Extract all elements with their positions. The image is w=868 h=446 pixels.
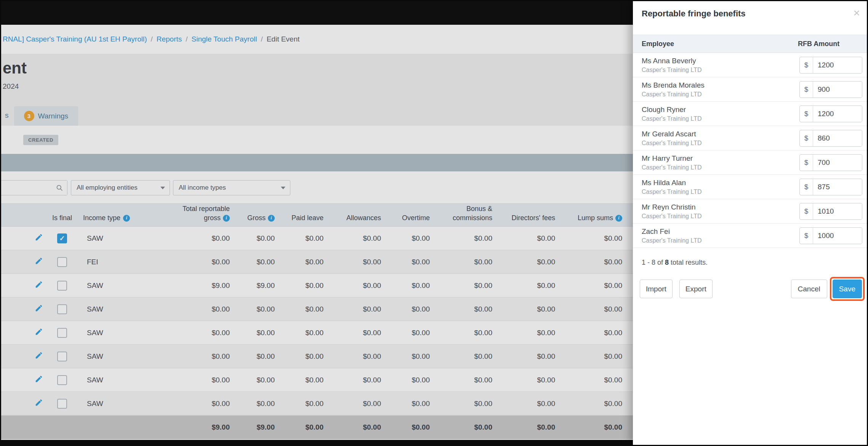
breadcrumb-edit-event: Edit Event	[267, 35, 300, 43]
lump-sums-header-label: Lump sums	[578, 214, 613, 222]
rfb-amount-group: $	[799, 81, 862, 98]
results-total: 8	[665, 259, 669, 266]
reportable-fringe-benefits-modal: Reportable fringe benefits Employee RFB …	[633, 1, 867, 445]
edit-pencil-icon[interactable]	[35, 280, 43, 289]
rfb-amount-group: $	[799, 106, 862, 122]
is-final-checkbox[interactable]	[57, 257, 67, 267]
rfb-amount-group: $	[799, 179, 862, 195]
total-reportable-gross-column-header: Total reportable gross	[154, 205, 230, 226]
is-final-checkbox[interactable]	[57, 352, 67, 361]
trg-header-line1: Total reportable	[183, 205, 230, 213]
warnings-count-badge: 3	[24, 111, 34, 121]
directors-fees-cell: $0.00	[492, 376, 555, 384]
allowances-cell: $0.00	[323, 329, 381, 337]
paid-leave-cell: $0.00	[275, 281, 323, 290]
close-icon[interactable]	[853, 9, 860, 17]
info-icon[interactable]	[123, 215, 130, 222]
is-final-checkbox[interactable]	[57, 399, 67, 409]
event-status-area: CREATED	[1, 126, 633, 154]
chevron-down-icon	[281, 187, 285, 189]
income-type-cell: FEI	[75, 258, 154, 266]
tab-warnings[interactable]: 3 Warnings	[14, 106, 78, 126]
filter-toolbar: All employing entities All income types	[1, 171, 633, 195]
is-final-checkbox[interactable]	[57, 304, 67, 314]
tab-warnings-label: Warnings	[38, 112, 69, 120]
table-header-row: Is final Income type Total reportable gr…	[1, 203, 633, 227]
breadcrumb-single-touch-payroll[interactable]: Single Touch Payroll	[192, 35, 257, 43]
lump-sums-cell: $0.00	[555, 329, 622, 337]
search-box	[1, 180, 67, 195]
bonus-commissions-total: $0.00	[430, 423, 492, 432]
search-icon[interactable]	[56, 184, 64, 193]
paid-leave-cell: $0.00	[275, 258, 323, 266]
overtime-total: $0.00	[381, 423, 430, 432]
rfb-amount-input[interactable]	[813, 179, 862, 195]
is-final-checkbox[interactable]	[57, 328, 67, 338]
bonus-header-line2: commissions	[453, 214, 492, 222]
edit-pencil-icon[interactable]	[35, 375, 43, 383]
table-row: SAW $0.00 $0.00 $0.00 $0.00 $0.00 $0.00 …	[1, 227, 633, 250]
rfb-amount-input[interactable]	[813, 130, 862, 146]
allowances-cell: $0.00	[323, 376, 381, 384]
trg-header-line2: gross	[204, 214, 221, 222]
overtime-cell: $0.00	[381, 376, 430, 384]
info-icon[interactable]	[615, 215, 622, 222]
gross-cell: $9.00	[230, 281, 275, 290]
rfb-amount-input[interactable]	[813, 155, 862, 171]
app-top-bar	[1, 1, 633, 25]
rfb-amount-input[interactable]	[813, 106, 862, 122]
income-types-dropdown-value: All income types	[179, 184, 226, 192]
edit-pencil-icon[interactable]	[35, 304, 43, 312]
cancel-button[interactable]: Cancel	[791, 280, 827, 298]
info-icon[interactable]	[223, 215, 230, 222]
results-prefix: 1 - 8 of	[642, 259, 665, 266]
tab-events-fragment[interactable]: s	[1, 111, 14, 126]
results-suffix: total results.	[669, 259, 708, 266]
paid-leave-total: $0.00	[275, 423, 323, 432]
bonus-commissions-cell: $0.00	[430, 400, 492, 408]
currency-prefix: $	[800, 155, 813, 171]
rfb-amount-input[interactable]	[813, 57, 862, 73]
export-button[interactable]: Export	[679, 280, 713, 298]
rfb-amount-input[interactable]	[813, 228, 862, 244]
rfb-row: Mr Gerald Ascart Casper's Training LTD $	[633, 126, 867, 150]
rfb-amount-group: $	[799, 203, 862, 220]
income-type-header-label: Income type	[83, 214, 120, 222]
overtime-cell: $0.00	[381, 400, 430, 408]
employing-entities-dropdown[interactable]: All employing entities	[71, 180, 170, 195]
edit-pencil-icon[interactable]	[35, 233, 43, 241]
gross-cell: $0.00	[230, 376, 275, 384]
info-icon[interactable]	[268, 215, 275, 222]
save-button[interactable]: Save	[833, 280, 862, 298]
is-final-checkbox[interactable]	[57, 375, 67, 385]
currency-prefix: $	[800, 106, 813, 122]
is-final-checkbox[interactable]	[57, 281, 67, 291]
gross-cell: $0.00	[230, 234, 275, 243]
paid-leave-cell: $0.00	[275, 376, 323, 384]
income-type-cell: SAW	[75, 329, 154, 337]
bonus-commissions-cell: $0.00	[430, 329, 492, 337]
total-reportable-gross-cell: $0.00	[154, 352, 230, 361]
is-final-column-header: Is final	[49, 214, 75, 226]
import-button[interactable]: Import	[640, 280, 673, 298]
total-reportable-gross-cell: $0.00	[154, 329, 230, 337]
is-final-checkbox[interactable]	[57, 233, 67, 243]
income-types-dropdown[interactable]: All income types	[173, 180, 290, 195]
edit-pencil-icon[interactable]	[35, 398, 43, 407]
rfb-row: Mr Reyn Christin Casper's Training LTD $	[633, 199, 867, 224]
breadcrumb-business[interactable]: RNAL] Casper's Training (AU 1st EH Payro…	[3, 35, 147, 43]
breadcrumb-reports[interactable]: Reports	[157, 35, 182, 43]
gross-cell: $0.00	[230, 305, 275, 313]
edit-pencil-icon[interactable]	[35, 351, 43, 360]
rfb-row: Mr Harry Turner Casper's Training LTD $	[633, 150, 867, 175]
rfb-amount-input[interactable]	[813, 82, 862, 98]
table-row: SAW $0.00 $0.00 $0.00 $0.00 $0.00 $0.00 …	[1, 297, 633, 321]
edit-pencil-icon[interactable]	[35, 328, 43, 336]
rfb-row: Ms Brenda Morales Casper's Training LTD …	[633, 77, 867, 102]
directors-fees-cell: $0.00	[492, 352, 555, 361]
total-reportable-gross-cell: $0.00	[154, 376, 230, 384]
rfb-row: Zach Fei Casper's Training LTD $	[633, 224, 867, 248]
currency-prefix: $	[800, 82, 813, 98]
rfb-amount-input[interactable]	[813, 203, 862, 219]
edit-pencil-icon[interactable]	[35, 257, 43, 265]
